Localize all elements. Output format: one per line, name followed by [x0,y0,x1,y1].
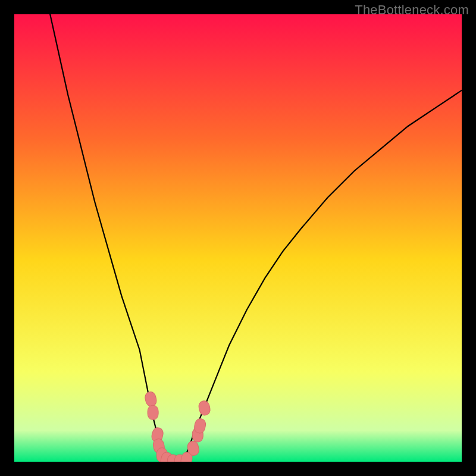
chart-svg [14,14,462,462]
marker-point [148,405,158,419]
plot-area [14,14,462,462]
outer-frame: TheBottleneck.com [0,0,476,476]
gradient-background [14,14,462,462]
